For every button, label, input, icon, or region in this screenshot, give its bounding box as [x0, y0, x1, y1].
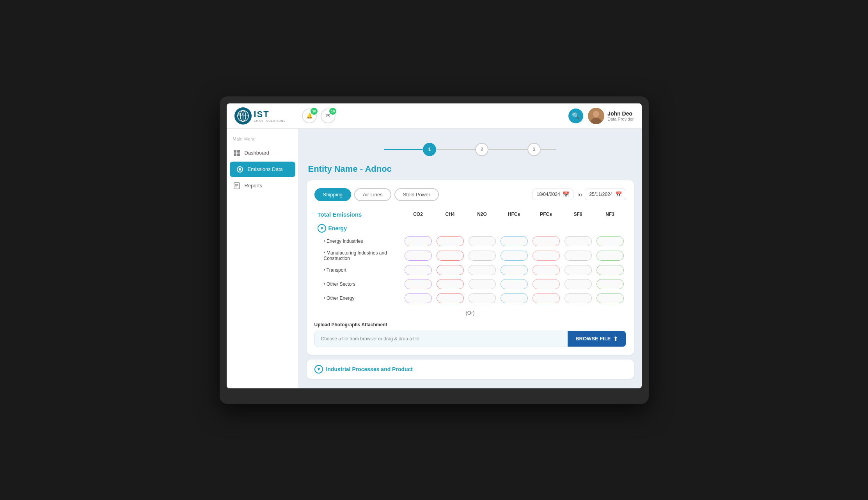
sidebar-item-dashboard[interactable]: Dashboard — [227, 145, 298, 161]
energy-toggle: ▾ Energy — [318, 224, 347, 233]
mail-icon: ✉ — [326, 113, 330, 119]
energy-industries-co2[interactable] — [405, 236, 432, 246]
content-area: 1 2 3 Entity Name - Adnoc — [299, 129, 642, 388]
sidebar-dashboard-label: Dashboard — [245, 150, 270, 156]
tab-row: Shipping Air Lines Steel Power 18/04/202… — [314, 188, 626, 201]
svg-rect-12 — [237, 153, 240, 156]
col-hfcs: HFCs — [498, 209, 530, 220]
or-row: (Or) — [314, 305, 626, 319]
logo: IST IST SMART SOLUTIONS — [234, 107, 286, 125]
bell-badge: 10 — [311, 108, 318, 115]
sidebar-item-emissions[interactable]: Emissions Data — [230, 162, 295, 177]
date-to-value: 25/11/2024 — [589, 192, 612, 197]
other-energy-co2[interactable] — [405, 293, 432, 303]
emissions-icon — [236, 165, 244, 173]
top-bar-left: IST IST SMART SOLUTIONS 🔔 10 ✉ 10 — [234, 107, 336, 125]
energy-industries-n2o[interactable] — [469, 236, 496, 246]
sidebar-menu-label: Main Menu — [227, 135, 298, 145]
calendar-from-icon: 📅 — [563, 191, 569, 198]
other-sectors-hfcs[interactable] — [501, 279, 528, 289]
top-bar-right: 🔍 John Deo Data Provider — [568, 108, 634, 124]
row-label-energy-industries: • Energy Industries — [314, 234, 402, 248]
energy-industries-nf3[interactable] — [596, 236, 624, 246]
manufacturing-pfcs[interactable] — [533, 251, 560, 261]
transport-pfcs[interactable] — [533, 265, 560, 275]
user-info: John Deo Data Provider — [588, 108, 634, 124]
manufacturing-n2o[interactable] — [469, 251, 496, 261]
row-label-transport: • Transport — [314, 263, 402, 277]
date-to-label: To — [577, 192, 582, 198]
upload-placeholder: Choose a file from browser or drag & dro… — [315, 331, 568, 346]
step-line-2 — [436, 149, 475, 150]
browse-file-button[interactable]: BROWSE FILE ⬆ — [568, 331, 625, 347]
search-button[interactable]: 🔍 — [568, 109, 583, 123]
step-3: 3 — [527, 143, 541, 156]
tab-air-lines[interactable]: Air Lines — [354, 188, 391, 201]
manufacturing-hfcs[interactable] — [501, 251, 528, 261]
other-energy-pfcs[interactable] — [533, 293, 560, 303]
dashboard-icon — [233, 149, 241, 157]
manufacturing-nf3[interactable] — [596, 251, 624, 261]
other-energy-ch4[interactable] — [437, 293, 464, 303]
other-energy-nf3[interactable] — [596, 293, 624, 303]
table-row: • Transport — [314, 263, 626, 277]
industrial-section-card: ▾ Industrial Processes and Product — [307, 359, 634, 379]
date-from-value: 18/04/2024 — [537, 192, 560, 197]
transport-ch4[interactable] — [437, 265, 464, 275]
emissions-table: Total Emissions CO2 CH4 N2O HFCs PFCs SF… — [314, 209, 626, 319]
date-to-input[interactable]: 25/11/2024 📅 — [585, 189, 626, 200]
sidebar-reports-label: Reports — [245, 183, 263, 189]
tab-shipping[interactable]: Shipping — [314, 188, 351, 201]
svg-point-14 — [239, 168, 241, 171]
energy-industries-hfcs[interactable] — [501, 236, 528, 246]
energy-industries-ch4[interactable] — [437, 236, 464, 246]
other-sectors-pfcs[interactable] — [533, 279, 560, 289]
table-row: • Energy Industries — [314, 234, 626, 248]
col-pfcs: PFCs — [530, 209, 562, 220]
col-sf6: SF6 — [562, 209, 594, 220]
other-sectors-n2o[interactable] — [469, 279, 496, 289]
transport-co2[interactable] — [405, 265, 432, 275]
svg-text:IST: IST — [238, 112, 243, 116]
energy-section-header: ▾ Energy — [314, 220, 626, 234]
manufacturing-ch4[interactable] — [437, 251, 464, 261]
logo-globe-icon: IST — [234, 107, 252, 125]
col-header-label: Total Emissions — [314, 209, 402, 220]
energy-collapse-icon[interactable]: ▾ — [318, 224, 326, 233]
col-n2o: N2O — [466, 209, 498, 220]
svg-rect-10 — [237, 150, 240, 153]
mail-notification-button[interactable]: ✉ 10 — [321, 109, 335, 123]
energy-industries-pfcs[interactable] — [533, 236, 560, 246]
other-sectors-nf3[interactable] — [596, 279, 624, 289]
sidebar: Main Menu Dashboard — [227, 129, 299, 388]
svg-rect-11 — [234, 153, 236, 156]
col-ch4: CH4 — [434, 209, 466, 220]
other-energy-sf6[interactable] — [564, 293, 592, 303]
sidebar-item-reports[interactable]: Reports — [227, 178, 298, 194]
emissions-form-card: Shipping Air Lines Steel Power 18/04/202… — [307, 180, 634, 355]
date-from-input[interactable]: 18/04/2024 📅 — [533, 189, 573, 200]
logo-ist-label: IST — [254, 109, 286, 119]
other-sectors-sf6[interactable] — [564, 279, 592, 289]
transport-sf6[interactable] — [564, 265, 592, 275]
top-bar: IST IST SMART SOLUTIONS 🔔 10 ✉ 10 — [227, 103, 642, 129]
other-energy-n2o[interactable] — [469, 293, 496, 303]
transport-hfcs[interactable] — [501, 265, 528, 275]
manufacturing-co2[interactable] — [405, 251, 432, 261]
other-sectors-co2[interactable] — [405, 279, 432, 289]
stepper: 1 2 3 — [307, 137, 634, 164]
upload-box: Choose a file from browser or drag & dro… — [314, 331, 626, 347]
reports-icon — [233, 182, 241, 190]
user-role: Data Provider — [607, 117, 634, 121]
bell-notification-button[interactable]: 🔔 10 — [302, 109, 317, 123]
other-energy-hfcs[interactable] — [501, 293, 528, 303]
transport-nf3[interactable] — [596, 265, 624, 275]
energy-industries-sf6[interactable] — [564, 236, 592, 246]
search-icon: 🔍 — [572, 112, 580, 119]
transport-n2o[interactable] — [469, 265, 496, 275]
tab-steel-power[interactable]: Steel Power — [394, 188, 439, 201]
other-sectors-ch4[interactable] — [437, 279, 464, 289]
industrial-expand-icon[interactable]: ▾ — [314, 365, 323, 374]
svg-rect-9 — [234, 150, 236, 153]
manufacturing-sf6[interactable] — [564, 251, 592, 261]
